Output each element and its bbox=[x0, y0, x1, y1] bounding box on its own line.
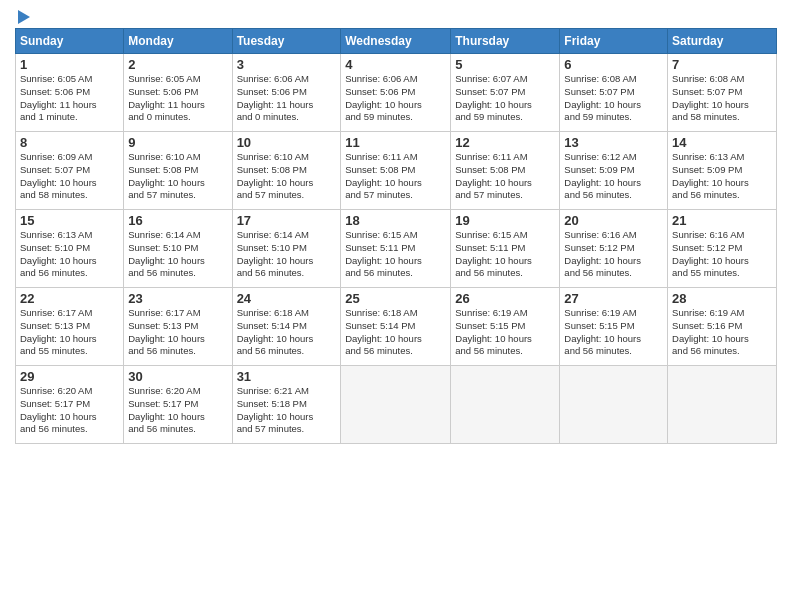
calendar-table: SundayMondayTuesdayWednesdayThursdayFrid… bbox=[15, 28, 777, 444]
day-info: Sunrise: 6:10 AM Sunset: 5:08 PM Dayligh… bbox=[237, 151, 337, 202]
calendar-cell: 14Sunrise: 6:13 AM Sunset: 5:09 PM Dayli… bbox=[668, 132, 777, 210]
day-number: 16 bbox=[128, 213, 227, 228]
calendar-cell: 13Sunrise: 6:12 AM Sunset: 5:09 PM Dayli… bbox=[560, 132, 668, 210]
calendar-cell: 15Sunrise: 6:13 AM Sunset: 5:10 PM Dayli… bbox=[16, 210, 124, 288]
day-number: 23 bbox=[128, 291, 227, 306]
logo-text bbox=[15, 10, 30, 20]
day-info: Sunrise: 6:19 AM Sunset: 5:15 PM Dayligh… bbox=[564, 307, 663, 358]
day-info: Sunrise: 6:07 AM Sunset: 5:07 PM Dayligh… bbox=[455, 73, 555, 124]
calendar-cell: 29Sunrise: 6:20 AM Sunset: 5:17 PM Dayli… bbox=[16, 366, 124, 444]
day-info: Sunrise: 6:19 AM Sunset: 5:16 PM Dayligh… bbox=[672, 307, 772, 358]
day-number: 11 bbox=[345, 135, 446, 150]
header bbox=[15, 10, 777, 20]
day-info: Sunrise: 6:16 AM Sunset: 5:12 PM Dayligh… bbox=[672, 229, 772, 280]
calendar-cell: 19Sunrise: 6:15 AM Sunset: 5:11 PM Dayli… bbox=[451, 210, 560, 288]
calendar-cell: 21Sunrise: 6:16 AM Sunset: 5:12 PM Dayli… bbox=[668, 210, 777, 288]
calendar-cell: 22Sunrise: 6:17 AM Sunset: 5:13 PM Dayli… bbox=[16, 288, 124, 366]
day-info: Sunrise: 6:18 AM Sunset: 5:14 PM Dayligh… bbox=[237, 307, 337, 358]
day-info: Sunrise: 6:17 AM Sunset: 5:13 PM Dayligh… bbox=[128, 307, 227, 358]
day-number: 13 bbox=[564, 135, 663, 150]
calendar-week-5: 29Sunrise: 6:20 AM Sunset: 5:17 PM Dayli… bbox=[16, 366, 777, 444]
calendar-header-saturday: Saturday bbox=[668, 29, 777, 54]
calendar-header-sunday: Sunday bbox=[16, 29, 124, 54]
day-number: 3 bbox=[237, 57, 337, 72]
calendar-header-friday: Friday bbox=[560, 29, 668, 54]
calendar-cell: 7Sunrise: 6:08 AM Sunset: 5:07 PM Daylig… bbox=[668, 54, 777, 132]
day-info: Sunrise: 6:09 AM Sunset: 5:07 PM Dayligh… bbox=[20, 151, 119, 202]
calendar-cell: 2Sunrise: 6:05 AM Sunset: 5:06 PM Daylig… bbox=[124, 54, 232, 132]
day-number: 24 bbox=[237, 291, 337, 306]
calendar-cell bbox=[451, 366, 560, 444]
calendar-cell: 12Sunrise: 6:11 AM Sunset: 5:08 PM Dayli… bbox=[451, 132, 560, 210]
day-number: 9 bbox=[128, 135, 227, 150]
calendar-cell: 24Sunrise: 6:18 AM Sunset: 5:14 PM Dayli… bbox=[232, 288, 341, 366]
day-info: Sunrise: 6:05 AM Sunset: 5:06 PM Dayligh… bbox=[128, 73, 227, 124]
calendar-cell: 18Sunrise: 6:15 AM Sunset: 5:11 PM Dayli… bbox=[341, 210, 451, 288]
calendar-cell: 10Sunrise: 6:10 AM Sunset: 5:08 PM Dayli… bbox=[232, 132, 341, 210]
page-container: SundayMondayTuesdayWednesdayThursdayFrid… bbox=[0, 0, 792, 612]
day-number: 18 bbox=[345, 213, 446, 228]
day-info: Sunrise: 6:15 AM Sunset: 5:11 PM Dayligh… bbox=[455, 229, 555, 280]
day-number: 15 bbox=[20, 213, 119, 228]
day-info: Sunrise: 6:11 AM Sunset: 5:08 PM Dayligh… bbox=[455, 151, 555, 202]
calendar-cell bbox=[560, 366, 668, 444]
logo bbox=[15, 10, 30, 20]
day-info: Sunrise: 6:17 AM Sunset: 5:13 PM Dayligh… bbox=[20, 307, 119, 358]
calendar-cell: 6Sunrise: 6:08 AM Sunset: 5:07 PM Daylig… bbox=[560, 54, 668, 132]
calendar-header-thursday: Thursday bbox=[451, 29, 560, 54]
calendar-header-tuesday: Tuesday bbox=[232, 29, 341, 54]
day-number: 8 bbox=[20, 135, 119, 150]
day-number: 26 bbox=[455, 291, 555, 306]
day-info: Sunrise: 6:05 AM Sunset: 5:06 PM Dayligh… bbox=[20, 73, 119, 124]
logo-chevron-icon bbox=[18, 10, 30, 24]
day-number: 20 bbox=[564, 213, 663, 228]
calendar-cell: 25Sunrise: 6:18 AM Sunset: 5:14 PM Dayli… bbox=[341, 288, 451, 366]
day-info: Sunrise: 6:15 AM Sunset: 5:11 PM Dayligh… bbox=[345, 229, 446, 280]
day-number: 12 bbox=[455, 135, 555, 150]
day-number: 27 bbox=[564, 291, 663, 306]
day-info: Sunrise: 6:06 AM Sunset: 5:06 PM Dayligh… bbox=[237, 73, 337, 124]
day-number: 5 bbox=[455, 57, 555, 72]
day-info: Sunrise: 6:14 AM Sunset: 5:10 PM Dayligh… bbox=[237, 229, 337, 280]
day-number: 4 bbox=[345, 57, 446, 72]
day-info: Sunrise: 6:08 AM Sunset: 5:07 PM Dayligh… bbox=[672, 73, 772, 124]
day-number: 25 bbox=[345, 291, 446, 306]
calendar-cell: 26Sunrise: 6:19 AM Sunset: 5:15 PM Dayli… bbox=[451, 288, 560, 366]
day-info: Sunrise: 6:20 AM Sunset: 5:17 PM Dayligh… bbox=[128, 385, 227, 436]
calendar-cell: 11Sunrise: 6:11 AM Sunset: 5:08 PM Dayli… bbox=[341, 132, 451, 210]
day-info: Sunrise: 6:13 AM Sunset: 5:09 PM Dayligh… bbox=[672, 151, 772, 202]
day-number: 2 bbox=[128, 57, 227, 72]
day-number: 10 bbox=[237, 135, 337, 150]
day-info: Sunrise: 6:20 AM Sunset: 5:17 PM Dayligh… bbox=[20, 385, 119, 436]
calendar-cell: 5Sunrise: 6:07 AM Sunset: 5:07 PM Daylig… bbox=[451, 54, 560, 132]
day-number: 6 bbox=[564, 57, 663, 72]
calendar-week-3: 15Sunrise: 6:13 AM Sunset: 5:10 PM Dayli… bbox=[16, 210, 777, 288]
calendar-cell: 3Sunrise: 6:06 AM Sunset: 5:06 PM Daylig… bbox=[232, 54, 341, 132]
calendar-cell: 20Sunrise: 6:16 AM Sunset: 5:12 PM Dayli… bbox=[560, 210, 668, 288]
calendar-cell bbox=[341, 366, 451, 444]
day-info: Sunrise: 6:12 AM Sunset: 5:09 PM Dayligh… bbox=[564, 151, 663, 202]
day-number: 29 bbox=[20, 369, 119, 384]
calendar-cell: 17Sunrise: 6:14 AM Sunset: 5:10 PM Dayli… bbox=[232, 210, 341, 288]
day-info: Sunrise: 6:11 AM Sunset: 5:08 PM Dayligh… bbox=[345, 151, 446, 202]
calendar-week-1: 1Sunrise: 6:05 AM Sunset: 5:06 PM Daylig… bbox=[16, 54, 777, 132]
calendar-cell bbox=[668, 366, 777, 444]
calendar-week-2: 8Sunrise: 6:09 AM Sunset: 5:07 PM Daylig… bbox=[16, 132, 777, 210]
day-number: 22 bbox=[20, 291, 119, 306]
day-number: 14 bbox=[672, 135, 772, 150]
day-number: 1 bbox=[20, 57, 119, 72]
calendar-header-row: SundayMondayTuesdayWednesdayThursdayFrid… bbox=[16, 29, 777, 54]
calendar-cell: 30Sunrise: 6:20 AM Sunset: 5:17 PM Dayli… bbox=[124, 366, 232, 444]
day-info: Sunrise: 6:21 AM Sunset: 5:18 PM Dayligh… bbox=[237, 385, 337, 436]
calendar-cell: 8Sunrise: 6:09 AM Sunset: 5:07 PM Daylig… bbox=[16, 132, 124, 210]
calendar-cell: 23Sunrise: 6:17 AM Sunset: 5:13 PM Dayli… bbox=[124, 288, 232, 366]
day-info: Sunrise: 6:06 AM Sunset: 5:06 PM Dayligh… bbox=[345, 73, 446, 124]
calendar-cell: 28Sunrise: 6:19 AM Sunset: 5:16 PM Dayli… bbox=[668, 288, 777, 366]
calendar-cell: 9Sunrise: 6:10 AM Sunset: 5:08 PM Daylig… bbox=[124, 132, 232, 210]
calendar-week-4: 22Sunrise: 6:17 AM Sunset: 5:13 PM Dayli… bbox=[16, 288, 777, 366]
calendar-cell: 31Sunrise: 6:21 AM Sunset: 5:18 PM Dayli… bbox=[232, 366, 341, 444]
calendar-cell: 16Sunrise: 6:14 AM Sunset: 5:10 PM Dayli… bbox=[124, 210, 232, 288]
calendar-header-wednesday: Wednesday bbox=[341, 29, 451, 54]
day-info: Sunrise: 6:13 AM Sunset: 5:10 PM Dayligh… bbox=[20, 229, 119, 280]
day-number: 19 bbox=[455, 213, 555, 228]
